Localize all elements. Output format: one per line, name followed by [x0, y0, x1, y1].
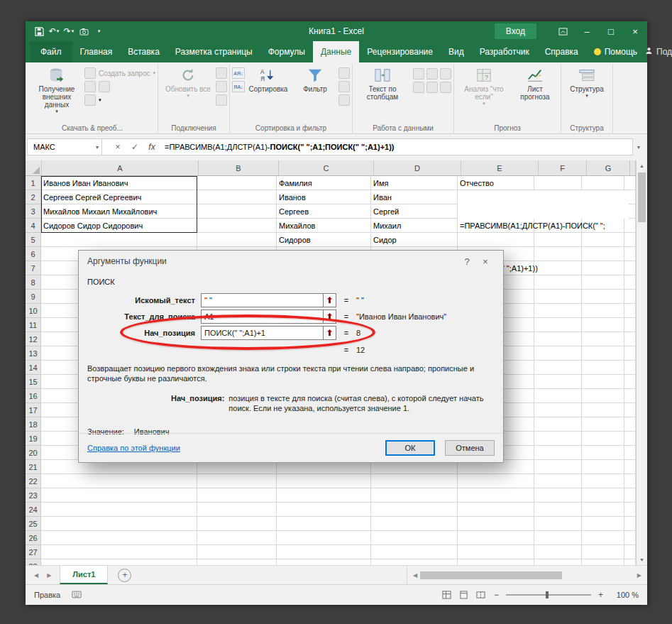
cell-D2[interactable]: Иван — [371, 190, 458, 204]
cell-G20[interactable] — [582, 446, 624, 460]
cell-D24[interactable] — [371, 503, 458, 517]
cell-B22[interactable] — [197, 474, 277, 488]
cell-G21[interactable] — [582, 460, 624, 474]
row-header-11[interactable]: 11 — [26, 318, 41, 332]
remove-duplicates-icon[interactable] — [426, 68, 438, 80]
column-header-B[interactable]: B — [199, 160, 279, 176]
cell-B1[interactable] — [197, 176, 277, 190]
tab-page-layout[interactable]: Разметка страницы — [167, 41, 260, 62]
cell-F18[interactable] — [534, 417, 582, 432]
cell-D26[interactable] — [371, 531, 458, 545]
cell-G19[interactable] — [582, 432, 624, 446]
cell-D22[interactable] — [371, 474, 458, 488]
cell-B28[interactable] — [197, 559, 277, 565]
row-header-20[interactable]: 20 — [26, 446, 41, 460]
row-header-23[interactable]: 23 — [26, 488, 41, 503]
normal-view-icon[interactable] — [441, 590, 453, 600]
sheet-nav-left-icon[interactable]: ◀ — [34, 572, 38, 579]
vscroll-up-icon[interactable]: ▲ — [639, 160, 644, 171]
cell-D4[interactable]: Михаил — [371, 219, 458, 233]
row-header-15[interactable]: 15 — [26, 375, 41, 389]
row-header-9[interactable]: 9 — [26, 290, 41, 304]
cell-F19[interactable] — [534, 432, 582, 446]
tab-home[interactable]: Главная — [72, 41, 121, 62]
formula-input[interactable]: =ПРАВСИМВ(A1;ДЛСТР(A1)-ПОИСК(" ";A1;ПОИС… — [160, 138, 633, 155]
what-if-analysis-button[interactable]: ? Анализ "что если" ▾ — [456, 65, 512, 107]
cell-A2[interactable]: Сергеев Сергей Сергеевич — [41, 190, 197, 204]
collapse-dialog-button[interactable] — [324, 293, 336, 307]
tab-tell-me[interactable]: Помощь — [586, 41, 645, 62]
column-header-G[interactable]: G — [587, 160, 630, 176]
cell-B2[interactable] — [197, 190, 277, 204]
cell-E22[interactable] — [458, 474, 534, 488]
recent-sources-button[interactable]: ▾ — [84, 94, 155, 106]
cell-G25[interactable] — [582, 517, 624, 531]
cell-F13[interactable] — [534, 346, 582, 361]
cell-G26[interactable] — [582, 531, 624, 545]
cell-F22[interactable] — [534, 474, 582, 488]
start-num-input[interactable]: ПОИСК(" ";A1)+1 — [201, 326, 324, 340]
cell-D3[interactable]: Сергей — [371, 204, 458, 219]
row-header-13[interactable]: 13 — [26, 346, 41, 361]
hscroll-right-icon[interactable]: ▶ — [634, 572, 644, 579]
sign-in-button[interactable]: Вход — [495, 23, 536, 39]
show-queries-button[interactable] — [84, 81, 155, 92]
page-break-view-icon[interactable] — [475, 590, 487, 600]
cell-G23[interactable] — [582, 488, 624, 503]
row-header-2[interactable]: 2 — [26, 190, 41, 204]
clear-filter-icon[interactable] — [338, 67, 350, 79]
cell-C22[interactable] — [277, 474, 371, 488]
cell-F24[interactable] — [534, 503, 582, 517]
redo-dropdown-icon[interactable]: ▾ — [72, 28, 75, 34]
vscroll-thumb[interactable] — [638, 173, 646, 222]
touch-mode-icon[interactable] — [77, 24, 90, 38]
outline-button[interactable]: Структура ▾ — [563, 65, 610, 99]
row-header-5[interactable]: 5 — [26, 233, 41, 247]
undo-dropdown-icon[interactable]: ▾ — [57, 28, 60, 34]
cell-C4[interactable]: Михайлов — [277, 219, 371, 233]
sheet-nav-right-icon[interactable]: ▶ — [47, 572, 51, 579]
data-validation-icon[interactable] — [440, 68, 451, 80]
row-header-6[interactable]: 6 — [26, 247, 41, 261]
cell-D28[interactable] — [371, 559, 458, 565]
tab-file[interactable]: Файл — [30, 41, 72, 62]
vertical-scrollbar[interactable]: ▲ ▼ — [636, 160, 647, 565]
formula-bar-expand-icon[interactable]: ▾ — [633, 144, 644, 150]
cell-A25[interactable] — [41, 517, 197, 531]
tab-formulas[interactable]: Формулы — [260, 41, 313, 62]
cell-G12[interactable] — [582, 332, 624, 346]
cell-F27[interactable] — [534, 545, 582, 559]
cancel-button[interactable]: Отмена — [445, 440, 495, 456]
dialog-title-bar[interactable]: Аргументы функции ? × — [79, 251, 503, 272]
cell-A23[interactable] — [41, 488, 197, 503]
zoom-out-icon[interactable]: − — [492, 590, 500, 600]
cell-F20[interactable] — [534, 446, 582, 460]
cell-F10[interactable] — [534, 304, 582, 318]
cell-B23[interactable] — [197, 488, 277, 503]
tab-data[interactable]: Данные — [313, 41, 359, 62]
cell-C27[interactable] — [277, 545, 371, 559]
cell-C25[interactable] — [277, 517, 371, 531]
name-box-dropdown-icon[interactable]: ▾ — [96, 144, 99, 150]
zoom-level[interactable]: 100 % — [610, 591, 639, 599]
row-header-16[interactable]: 16 — [26, 389, 41, 403]
row-header-19[interactable]: 19 — [26, 432, 41, 446]
cell-F1[interactable] — [534, 176, 582, 190]
row-header-4[interactable]: 4 — [26, 219, 41, 233]
collapse-dialog-button[interactable] — [324, 326, 336, 340]
cell-E23[interactable] — [458, 488, 534, 503]
share-button[interactable]: Поделиться — [645, 41, 672, 62]
cell-F16[interactable] — [534, 389, 582, 403]
cell-G27[interactable] — [582, 545, 624, 559]
ok-button[interactable]: ОК — [385, 440, 435, 456]
column-header-C[interactable]: C — [279, 160, 374, 176]
zoom-slider[interactable] — [506, 594, 591, 596]
tab-insert[interactable]: Вставка — [120, 41, 167, 62]
tab-review[interactable]: Рецензирование — [359, 41, 441, 62]
cell-G10[interactable] — [582, 304, 624, 318]
row-header-26[interactable]: 26 — [26, 531, 41, 545]
minimize-button[interactable]: – — [575, 21, 599, 41]
cell-C28[interactable] — [277, 559, 371, 565]
cell-A4[interactable]: Сидоров Сидор Сидорович — [41, 219, 197, 233]
dialog-help-icon[interactable]: ? — [458, 256, 476, 267]
